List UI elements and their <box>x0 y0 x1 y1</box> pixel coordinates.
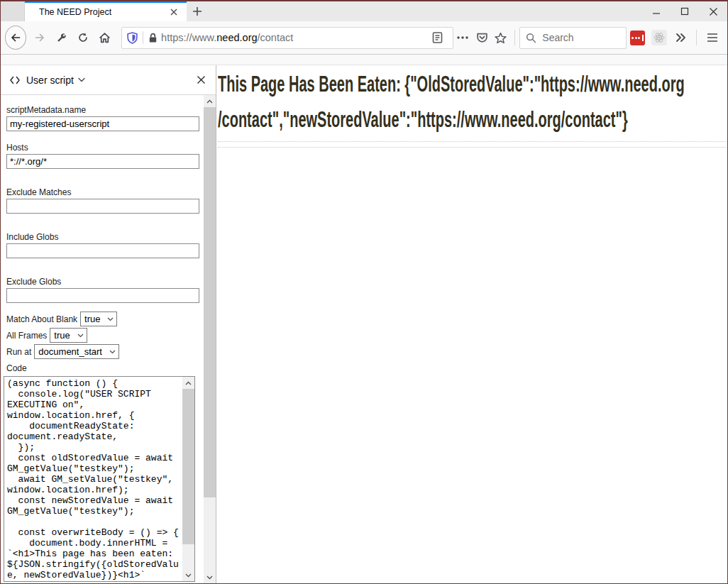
titlebar-spacer <box>1 1 25 21</box>
code-scrollbar[interactable] <box>182 377 194 581</box>
sidebar-scrollbar[interactable] <box>204 95 216 583</box>
search-input[interactable] <box>542 32 620 43</box>
hamburger-menu-icon[interactable] <box>703 28 721 48</box>
include-globs-input[interactable] <box>6 243 199 258</box>
hosts-input[interactable] <box>6 154 199 169</box>
user-script-form: scriptMetadata.name Hosts Exclude Matche… <box>1 95 204 583</box>
run-at-select[interactable]: document_start <box>34 344 119 359</box>
close-button[interactable] <box>699 2 727 21</box>
field-label-hosts: Hosts <box>6 143 199 153</box>
react-devtools-extension-icon[interactable] <box>651 28 668 48</box>
chevron-down-icon <box>77 334 84 338</box>
decorative-dotted-rule <box>218 141 726 142</box>
search-bar[interactable] <box>519 27 627 49</box>
url-bar[interactable]: https://www.need.org/contact <box>121 27 453 49</box>
scrollbar-thumb[interactable] <box>204 107 216 497</box>
url-path: /contact <box>258 32 294 43</box>
toolbar-separator <box>514 30 515 45</box>
scroll-up-icon[interactable] <box>182 377 194 389</box>
chevron-down-icon <box>107 317 114 321</box>
chevron-down-icon <box>109 350 116 354</box>
urlbar-separator <box>143 31 143 44</box>
content-area: User script scriptMetadata.name Hosts <box>1 65 727 583</box>
scrollbar-thumb[interactable] <box>182 389 194 544</box>
exclude-matches-input[interactable] <box>6 199 199 214</box>
forward-arrow-icon <box>34 32 45 43</box>
field-label-include-globs: Include Globs <box>6 232 199 242</box>
web-page-content: This Page Has Been Eaten: {"OldStoredVal… <box>216 65 727 583</box>
heading-line-2: /contact","newStoredValue":"https://www.… <box>218 102 546 138</box>
all-frames-label: All Frames <box>6 331 47 341</box>
page-actions-icon[interactable] <box>455 28 471 47</box>
code-editor: (async function () { console.log("USER S… <box>4 376 195 582</box>
url-domain: need.org <box>216 32 257 43</box>
reload-icon <box>77 32 89 43</box>
lastpass-extension-icon[interactable] <box>629 28 646 48</box>
window-controls <box>642 1 727 21</box>
tab-strip: The NEED Project <box>1 1 727 21</box>
reload-button[interactable] <box>74 27 92 48</box>
maximize-button[interactable] <box>671 2 699 21</box>
navigation-toolbar: https://www.need.org/contact <box>1 21 727 55</box>
pocket-icon[interactable] <box>474 28 490 47</box>
code-brackets-icon <box>9 75 21 85</box>
sidebar-switcher-chevron-icon[interactable] <box>78 77 85 82</box>
url-text: https://www.need.org/contact <box>161 32 427 43</box>
lock-icon[interactable] <box>148 33 158 43</box>
tab-close-icon[interactable] <box>167 5 181 19</box>
browser-window: The NEED Project <box>0 0 728 584</box>
titlebar-drag-area <box>208 1 642 21</box>
home-icon <box>99 32 111 44</box>
script-name-input[interactable] <box>6 116 199 131</box>
decorative-dotted-rule <box>218 147 726 148</box>
overflow-menu-icon[interactable] <box>673 28 690 48</box>
url-scheme: https://www. <box>161 32 216 43</box>
field-label-exclude-matches: Exclude Matches <box>6 187 199 197</box>
bookmark-star-icon[interactable] <box>492 28 509 47</box>
all-frames-select[interactable]: true <box>50 328 87 343</box>
run-at-label: Run at <box>6 347 31 357</box>
back-button[interactable] <box>5 26 26 50</box>
tab-title: The NEED Project <box>39 7 167 17</box>
match-about-blank-label: Match About Blank <box>6 314 77 324</box>
scroll-down-icon[interactable] <box>204 571 216 583</box>
sidebar-title: User script <box>26 75 74 86</box>
toolbar-separator-2 <box>696 30 697 45</box>
bookmarks-toolbar <box>1 55 727 65</box>
user-script-sidebar: User script scriptMetadata.name Hosts <box>1 65 216 583</box>
search-icon <box>526 33 536 43</box>
wrench-tool-button[interactable] <box>53 27 71 48</box>
forward-button[interactable] <box>31 27 49 48</box>
field-label-exclude-globs: Exclude Globs <box>6 277 199 287</box>
minimize-button[interactable] <box>642 2 671 21</box>
wrench-icon <box>55 32 67 44</box>
new-tab-button[interactable] <box>187 1 208 21</box>
heading-line-1: This Page Has Been Eaten: {"OldStoredVal… <box>218 67 546 102</box>
reader-mode-icon[interactable] <box>429 28 447 47</box>
code-textarea[interactable]: (async function () { console.log("USER S… <box>4 377 182 581</box>
exclude-globs-input[interactable] <box>6 288 199 303</box>
browser-tab[interactable]: The NEED Project <box>25 1 187 21</box>
back-arrow-icon <box>10 32 21 43</box>
page-eaten-heading: This Page Has Been Eaten: {"OldStoredVal… <box>218 67 727 138</box>
home-button[interactable] <box>96 27 114 48</box>
code-label: Code <box>6 363 199 373</box>
sidebar-header: User script <box>1 65 216 95</box>
scroll-down-icon[interactable] <box>182 569 194 581</box>
tracking-protection-shield-icon[interactable] <box>126 32 138 44</box>
field-label-script-name: scriptMetadata.name <box>6 105 199 115</box>
sidebar-close-icon[interactable] <box>193 72 209 88</box>
match-about-blank-select[interactable]: true <box>80 312 117 326</box>
scroll-up-icon[interactable] <box>204 95 216 107</box>
